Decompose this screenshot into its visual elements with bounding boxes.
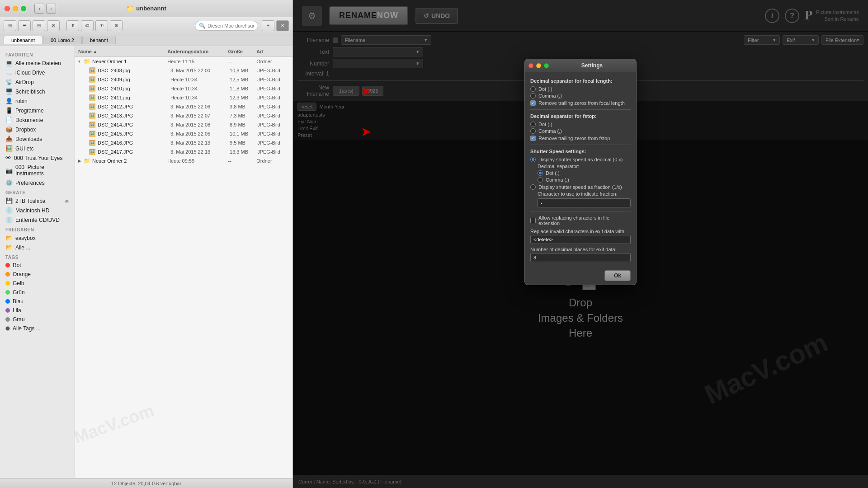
shutter-decimal-radio[interactable]: Display shutter speed as decimal (0.x) (530, 157, 631, 162)
table-row[interactable]: 🖼️DSC_2411.jpg Heute 10:34 12,3 MB JPEG-… (75, 93, 292, 102)
sidebar-item-downloads[interactable]: 📥Downloads (0, 134, 74, 144)
table-row[interactable]: 🖼️DSC_2409.jpg Heute 10:34 12,5 MB JPEG-… (75, 75, 292, 84)
share-btn[interactable]: ⬆ (66, 20, 79, 31)
sidebar-item-apps[interactable]: 📱Programme (0, 106, 74, 115)
sidebar-tag-orange[interactable]: Orange (0, 270, 74, 279)
shutter-comma-radio[interactable]: Comma (,) (538, 177, 631, 183)
eye-btn[interactable]: 👁 (95, 20, 108, 31)
shutter-fraction-radio[interactable]: Display shutter speed as fraction (1/x) (530, 184, 631, 190)
maximize-button[interactable] (21, 6, 26, 11)
divider-2 (530, 145, 631, 145)
settings-maximize-btn[interactable] (544, 63, 549, 68)
focal-dot-radio[interactable]: Dot (.) (530, 86, 631, 92)
minimize-button[interactable] (13, 6, 18, 11)
focal-comma-radio-circle[interactable] (530, 93, 536, 99)
table-row[interactable]: 🖼️DSC_2414.JPG 3. Mai 2015 22:08 8,9 MB … (75, 120, 292, 129)
sidebar-item-all-files[interactable]: 💻Alle meine Dateien (0, 58, 74, 68)
fstop-dot-radio[interactable]: Dot (.) (530, 122, 631, 127)
forward-button[interactable]: › (46, 4, 56, 14)
shutter-decimal-radio-circle[interactable] (530, 157, 536, 162)
eject-icon[interactable]: ⏏ (65, 198, 69, 203)
view-col-btn[interactable]: ⊟ (33, 20, 45, 31)
view-list-btn[interactable]: ☰ (18, 20, 31, 31)
shutter-comma-radio-circle[interactable] (538, 177, 543, 183)
sidebar-item-prefs[interactable]: ⚙️Preferences (0, 178, 74, 188)
focal-dot-radio-circle[interactable] (530, 86, 536, 92)
shutter-dot-radio[interactable]: Dot (.) (538, 170, 631, 176)
table-row[interactable]: 🖼️DSC_2412.JPG 3. Mai 2015 22:06 3,8 MB … (75, 102, 292, 111)
table-row[interactable]: ▶ 📁 Neuer Ordner 2 Heute 09:59 -- Ordner (75, 156, 292, 165)
focal-trailing-checkbox[interactable]: ✓ (530, 100, 536, 106)
jpeg-icon: 🖼️ (89, 140, 96, 146)
sidebar-item-docs[interactable]: 📄Dokumente (0, 115, 74, 125)
jpeg-icon: 🖼️ (89, 122, 96, 128)
col-size-header[interactable]: Größe (228, 49, 257, 54)
table-row[interactable]: 🖼️DSC_2416.JPG 3. Mai 2015 22:13 9,5 MB … (75, 138, 292, 147)
add-tab-btn[interactable]: + (262, 20, 274, 31)
tab-benannt[interactable]: benannt (82, 36, 116, 44)
table-row[interactable]: ▾ 📁 Neuer Ordner 1 Heute 11:15 -- Ordner (75, 57, 292, 66)
expand-arrow-icon[interactable]: ▾ (78, 59, 84, 64)
sidebar-tag-gelb[interactable]: Gelb (0, 279, 74, 288)
sidebar-item-pi[interactable]: 📷000_Picture Instruments (0, 163, 74, 178)
sidebar-item-cd[interactable]: 💿Entfernte CD/DVD (0, 215, 74, 225)
sidebar-item-macintosh[interactable]: 💿Macintosh HD (0, 206, 74, 215)
close-button[interactable] (5, 6, 10, 11)
sidebar-item-gui[interactable]: 🖼️GUI etc (0, 144, 74, 153)
table-row[interactable]: 🖼️DSC_2410.jpg Heute 10:34 11,8 MB JPEG-… (75, 84, 292, 93)
table-row[interactable]: 🖼️DSC_2413.JPG 3. Mai 2015 22:07 7,3 MB … (75, 111, 292, 120)
fstop-trailing-checkbox-row[interactable]: ✓ Remove trailing zeros from fstop (530, 136, 631, 141)
tag-btn[interactable]: 🏷 (81, 20, 94, 31)
col-kind-header[interactable]: Art (256, 49, 289, 54)
sidebar-tag-alle[interactable]: Alle Tags ... (0, 324, 74, 333)
col-name-header[interactable]: Name ▲ (78, 49, 167, 54)
sidebar-tag-blau[interactable]: Blau (0, 297, 74, 306)
sidebar-tag-lila[interactable]: Lila (0, 306, 74, 315)
sidebar-item-toshiba[interactable]: 💾2TB Toshiba⏏ (0, 196, 74, 206)
sidebar-item-alle[interactable]: 📂Alle ... (0, 243, 74, 252)
sidebar-item-trust[interactable]: 👁000 Trust Your Eyes (0, 153, 74, 163)
expand-arrow-icon[interactable]: ▶ (78, 159, 84, 163)
ok-button[interactable]: Ok (604, 270, 631, 281)
tab-unbenannt[interactable]: unbenannt (4, 36, 42, 44)
table-row[interactable]: 🖼️DSC_2415.JPG 3. Mai 2015 22:05 10,1 MB… (75, 129, 292, 138)
table-row[interactable]: 🖼️DSC_2408.jpg 3. Mai 2015 22:00 10,8 MB… (75, 66, 292, 75)
close-search-btn[interactable]: ✕ (276, 20, 289, 31)
sidebar-item-dropbox[interactable]: 📦Dropbox (0, 125, 74, 134)
sidebar-item-icloud[interactable]: ☁️iCloud Drive (0, 68, 74, 77)
shutter-fraction-radio-circle[interactable] (530, 184, 536, 190)
replace-invalid-input[interactable] (530, 235, 631, 244)
allow-replace-row[interactable]: Allow replacing characters in file exten… (530, 215, 631, 226)
cd-icon: 💿 (5, 216, 13, 223)
focal-trailing-checkbox-row[interactable]: ✓ Remove trailing zeros from focal lengt… (530, 100, 631, 106)
search-box[interactable]: 🔍 (195, 21, 258, 31)
focal-comma-radio[interactable]: Comma (,) (530, 93, 631, 99)
fstop-comma-radio-circle[interactable] (530, 128, 536, 134)
fraction-char-input[interactable] (538, 198, 631, 207)
sidebar-item-easybox[interactable]: 📂easybox (0, 233, 74, 243)
sidebar-tag-gruen[interactable]: Grün (0, 288, 74, 297)
sidebar-tag-rot[interactable]: Rot (0, 261, 74, 270)
sidebar-item-desktop[interactable]: 🖥️Schreibtisch (0, 87, 74, 96)
settings-close-btn[interactable] (528, 63, 533, 68)
allow-replace-checkbox[interactable] (530, 218, 536, 223)
sidebar-item-robin[interactable]: 👤robin (0, 96, 74, 106)
sidebar-tag-grau[interactable]: Grau (0, 315, 74, 324)
settings-btn[interactable]: ⚙ (110, 20, 123, 31)
settings-minimize-btn[interactable] (536, 63, 541, 68)
table-row[interactable]: 🖼️DSC_2417.JPG 3. Mai 2015 22:13 13,3 MB… (75, 147, 292, 156)
tab-lomo[interactable]: 00 Lomo 2 (43, 36, 82, 44)
fstop-trailing-checkbox[interactable]: ✓ (530, 136, 536, 141)
fstop-dot-radio-circle[interactable] (530, 122, 536, 127)
fstop-comma-radio[interactable]: Comma (,) (530, 128, 631, 134)
dropbox-icon: 📦 (5, 126, 13, 133)
sidebar-item-airdrop[interactable]: 📡AirDrop (0, 77, 74, 87)
view-cover-btn[interactable]: ⊠ (47, 20, 60, 31)
back-button[interactable]: ‹ (34, 4, 44, 14)
col-date-header[interactable]: Änderungsdatum (167, 49, 228, 54)
shutter-dot-radio-circle[interactable] (538, 170, 543, 176)
search-input[interactable] (208, 23, 254, 28)
tag-green-dot (5, 290, 10, 295)
decimal-places-input[interactable] (530, 253, 631, 262)
view-icon-btn[interactable]: ⊞ (4, 20, 16, 31)
